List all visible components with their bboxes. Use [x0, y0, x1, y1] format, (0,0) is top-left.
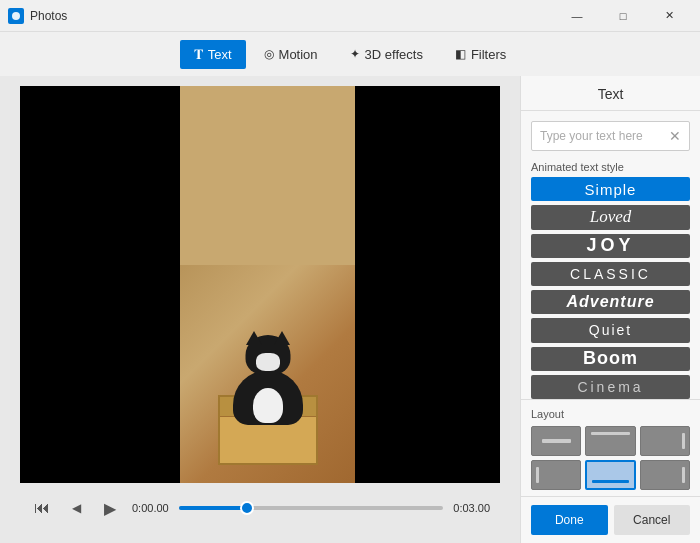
cat-ear-right	[274, 331, 290, 345]
layout-btn-1[interactable]	[531, 426, 581, 456]
current-time: 0:00.00	[132, 502, 169, 514]
title-bar: Photos — □ ✕	[0, 0, 700, 32]
cat-chest	[253, 388, 283, 423]
style-classic-button[interactable]: CLASSIC	[531, 262, 690, 286]
layout-btn-5[interactable]	[585, 460, 635, 490]
right-panel: Text Type your text here ✕ Animated text…	[520, 76, 700, 543]
maximize-button[interactable]: □	[600, 0, 646, 32]
close-button[interactable]: ✕	[646, 0, 692, 32]
text-icon: 𝐓	[194, 46, 203, 63]
motion-icon: ◎	[264, 47, 274, 61]
cat-scene	[180, 86, 355, 483]
svg-point-1	[12, 12, 20, 20]
cancel-button[interactable]: Cancel	[614, 505, 691, 535]
panel-title: Text	[521, 76, 700, 111]
main-content: ⏮ ◀ ▶ 0:00.00 0:03.00 Text Type your tex…	[0, 76, 700, 543]
style-boom-label: Boom	[583, 348, 638, 369]
timeline-track[interactable]	[179, 506, 444, 510]
toolbar-motion-label: Motion	[279, 47, 318, 62]
layout-btn-6[interactable]	[640, 460, 690, 490]
video-right-letterbox	[355, 86, 500, 483]
style-joy-label: JOY	[586, 235, 634, 256]
toolbar-motion-button[interactable]: ◎ Motion	[250, 41, 332, 68]
timeline-area: ⏮ ◀ ▶ 0:00.00 0:03.00	[20, 483, 500, 533]
layout-btn-4[interactable]	[531, 460, 581, 490]
video-area: ⏮ ◀ ▶ 0:00.00 0:03.00	[0, 76, 520, 543]
toolbar-filters-label: Filters	[471, 47, 506, 62]
toolbar: 𝐓 Text ◎ Motion ✦ 3D effects ◧ Filters	[0, 32, 700, 76]
app-icon	[8, 8, 24, 24]
video-left-letterbox	[20, 86, 180, 483]
cat-ear-left	[246, 331, 262, 345]
animated-style-label: Animated text style	[521, 159, 700, 177]
toolbar-text-label: Text	[208, 47, 232, 62]
filters-icon: ◧	[455, 47, 466, 61]
toolbar-3deffects-label: 3D effects	[365, 47, 423, 62]
style-simple-label: Simple	[585, 181, 637, 198]
layout-section: Layout	[521, 399, 700, 496]
play-back-button[interactable]: ◀	[64, 496, 88, 520]
text-input-area: Type your text here ✕	[521, 111, 700, 159]
styles-list: Simple Loved JOY CLASSIC Adventure Quiet…	[521, 177, 700, 399]
style-joy-button[interactable]: JOY	[531, 234, 690, 258]
go-start-button[interactable]: ⏮	[30, 496, 54, 520]
layout-grid-row1	[531, 426, 690, 456]
style-cinema-label: Cinema	[577, 379, 643, 395]
play-button[interactable]: ▶	[98, 496, 122, 520]
toolbar-3deffects-button[interactable]: ✦ 3D effects	[336, 41, 437, 68]
style-quiet-button[interactable]: Quiet	[531, 318, 690, 342]
style-cinema-button[interactable]: Cinema	[531, 375, 690, 399]
style-boom-button[interactable]: Boom	[531, 347, 690, 371]
done-button[interactable]: Done	[531, 505, 608, 535]
layout-label: Layout	[531, 408, 690, 420]
toolbar-text-button[interactable]: 𝐓 Text	[180, 40, 246, 69]
layout-btn-2[interactable]	[585, 426, 635, 456]
style-adventure-button[interactable]: Adventure	[531, 290, 690, 314]
cat-face	[256, 353, 280, 371]
minimize-button[interactable]: —	[554, 0, 600, 32]
app-title: Photos	[30, 9, 554, 23]
style-classic-label: CLASSIC	[570, 266, 651, 282]
3deffects-icon: ✦	[350, 47, 360, 61]
timeline-thumb[interactable]	[240, 501, 254, 515]
text-input-clear-icon[interactable]: ✕	[669, 128, 681, 144]
style-loved-label: Loved	[590, 207, 632, 227]
total-time: 0:03.00	[453, 502, 490, 514]
panel-footer: Done Cancel	[521, 496, 700, 543]
text-input-placeholder: Type your text here	[540, 129, 643, 143]
video-canvas	[20, 86, 500, 483]
video-frame	[180, 86, 355, 483]
style-loved-button[interactable]: Loved	[531, 205, 690, 229]
toolbar-filters-button[interactable]: ◧ Filters	[441, 41, 520, 68]
layout-btn-3[interactable]	[640, 426, 690, 456]
timeline-progress	[179, 506, 248, 510]
text-input-wrapper[interactable]: Type your text here ✕	[531, 121, 690, 151]
layout-grid-row2	[531, 460, 690, 490]
style-quiet-label: Quiet	[589, 322, 632, 338]
style-simple-button[interactable]: Simple	[531, 177, 690, 201]
window-controls: — □ ✕	[554, 0, 692, 32]
style-adventure-label: Adventure	[566, 293, 654, 311]
